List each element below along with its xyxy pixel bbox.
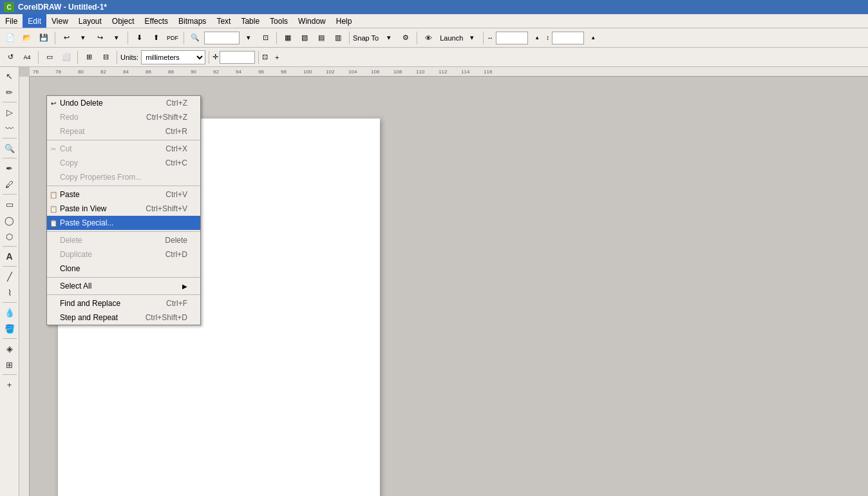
menu-bitmaps[interactable]: Bitmaps [173,14,211,28]
nudge-input[interactable]: 0.1 mm [220,51,255,64]
tool-interactive-fill[interactable]: ◈ [2,341,17,356]
shape-rect[interactable]: ▭ [42,50,57,65]
add-page-btn[interactable]: + [269,50,285,65]
import-button[interactable]: ⬇ [131,30,147,46]
tool-line[interactable]: ╱ [2,269,17,284]
menu-undo[interactable]: ↩ Undo Delete Ctrl+Z [47,96,200,110]
launch-dropdown[interactable]: ▾ [464,30,480,46]
copy-props-label: Copy Properties From... [60,173,187,182]
menu-text[interactable]: Text [211,14,236,28]
menu-repeat[interactable]: Repeat Ctrl+R [47,124,200,138]
tool-connector[interactable]: ⌇ [2,285,17,300]
main-area: ↖ ✏ ▷ 〰 🔍 ✒ 🖊 ▭ ◯ ⬡ A ╱ ⌇ 💧 🪣 ◈ ⊞ + 76 7 [0,67,868,496]
tool-freehand2[interactable]: ✒ [2,160,17,176]
menu-effects[interactable]: Effects [140,14,173,28]
toolbar-separator-7 [483,32,484,44]
y-coord-input[interactable]: 5.0 mm [552,32,584,44]
tool-pen[interactable]: 🖊 [2,176,17,192]
ruler-mark: 82 [100,69,106,75]
tool-dropper[interactable]: 💧 [2,305,17,320]
export-button[interactable]: ⬆ [148,30,164,46]
new-button[interactable]: 📄 [3,30,18,46]
ruler-mark: 78 [55,69,61,75]
x-coord-up[interactable]: ▲ [529,30,545,46]
snap-to-label: Snap To [353,34,379,42]
zoom-dropdown[interactable]: ▾ [241,30,256,46]
toolbar2-separator-5 [258,51,259,64]
toolbar-separator-4 [276,32,277,44]
delete-icon [48,235,59,245]
zoom-input[interactable]: 679% [204,32,240,44]
view-options[interactable]: 👁 [420,30,436,46]
menu-table[interactable]: Table [236,14,265,28]
menu-layout[interactable]: Layout [73,14,107,28]
tool-rect[interactable]: ▭ [2,196,17,212]
tool-shape[interactable]: ▷ [2,104,17,120]
redo-button[interactable]: ↪ [92,30,108,46]
save-button[interactable]: 💾 [36,30,52,46]
units-select[interactable]: millimeters inches pixels [141,50,205,64]
menu-redo[interactable]: Redo Ctrl+Shift+Z [47,110,200,124]
view-mode-btn[interactable]: ▦ [280,30,296,46]
menu-copy[interactable]: Copy Ctrl+C [47,156,200,170]
view-mode4-btn[interactable]: ▥ [330,30,346,46]
snap-dropdown[interactable]: ▾ [381,30,397,46]
align-btn[interactable]: ⊞ [81,50,97,65]
menu-copy-props[interactable]: Copy Properties From... [47,170,200,184]
menu-paste-special[interactable]: 📋 Paste Special... [47,216,200,230]
coord-x-label: ↔ [487,34,493,41]
menu-duplicate[interactable]: Duplicate Ctrl+D [47,247,200,262]
menu-view[interactable]: View [46,14,73,28]
menu-clone[interactable]: Clone [47,262,200,276]
view-mode3-btn[interactable]: ▤ [314,30,329,46]
menu-cut[interactable]: ✂ Cut Ctrl+X [47,142,200,156]
menu-edit[interactable]: Edit [23,14,46,28]
snap-settings[interactable]: ⚙ [398,30,413,46]
prop-btn-2[interactable]: A4 [19,50,35,65]
menu-step-repeat[interactable]: Step and Repeat Ctrl+Shift+D [47,310,200,325]
menu-file[interactable]: File [0,14,23,28]
tool-zoom[interactable]: 🔍 [2,140,17,156]
menu-delete[interactable]: Delete Delete [47,233,200,247]
tool-ellipse[interactable]: ◯ [2,213,17,228]
undo-button[interactable]: ↩ [59,30,74,46]
zoom-fit-button[interactable]: ⊡ [258,30,273,46]
tool-freehand[interactable]: ✏ [2,84,17,100]
redo-dropdown[interactable]: ▾ [109,30,124,46]
tool-add[interactable]: + [2,377,17,392]
copy-label: Copy [60,158,153,167]
tool-smear[interactable]: 〰 [2,120,17,136]
x-coord-input[interactable]: 5.0 mm [496,32,528,44]
tool-text[interactable]: A [2,249,17,264]
tool-fill[interactable]: 🪣 [2,321,17,336]
menu-object[interactable]: Object [107,14,140,28]
open-button[interactable]: 📂 [19,30,35,46]
menu-paste-view[interactable]: 📋 Paste in View Ctrl+Shift+V [47,202,200,216]
copy-shortcut: Ctrl+C [165,158,187,167]
tool-polygon[interactable]: ⬡ [2,229,17,244]
toolbar2-separator-3 [117,51,117,64]
menu-divider-2 [47,186,200,186]
clone-label: Clone [60,264,187,273]
export-pdf-button[interactable]: PDF [165,30,180,46]
menu-help[interactable]: Help [331,14,357,28]
app-icon: C [4,2,14,12]
undo-dropdown[interactable]: ▾ [75,30,91,46]
tool-pick[interactable]: ↖ [2,68,17,84]
prop-btn-1[interactable]: ↺ [3,50,18,65]
shape-rounded[interactable]: ⬜ [59,50,74,65]
menu-tools[interactable]: Tools [265,14,293,28]
menu-window[interactable]: Window [293,14,331,28]
menu-select-all[interactable]: Select All ▶ [47,279,200,293]
y-coord-up[interactable]: ▲ [585,30,601,46]
view-mode2-btn[interactable]: ▧ [297,30,312,46]
menu-find-replace[interactable]: Find and Replace Ctrl+F [47,296,200,310]
toolbox-separator-6 [3,266,17,267]
tool-mesh[interactable]: ⊞ [2,357,17,372]
zoom-out-button[interactable]: 🔍 [187,30,203,46]
distribute-btn[interactable]: ⊟ [98,50,113,65]
paste-special-label: Paste Special... [60,218,187,227]
duplicate-shortcut: Ctrl+D [165,250,187,259]
menu-paste[interactable]: 📋 Paste Ctrl+V [47,187,200,202]
toolbar-separator-2 [127,32,128,44]
